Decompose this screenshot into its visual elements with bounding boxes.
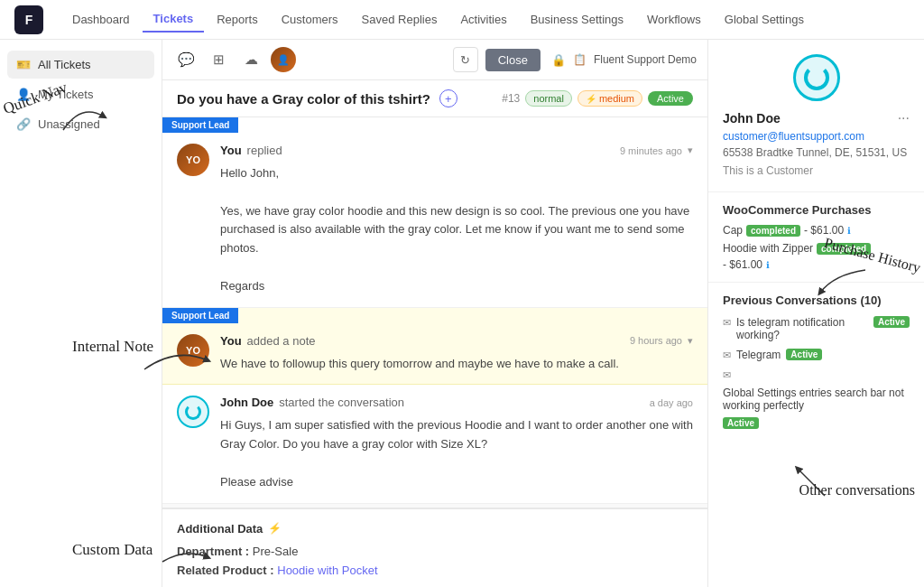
nav-items: Dashboard Tickets Reports Customers Save…	[61, 6, 910, 33]
my-tickets-label: My Tickets	[38, 88, 93, 101]
customer-content: John Doe started the conversation a day …	[220, 396, 693, 491]
prev-item-3-badge: Active	[723, 417, 759, 429]
additional-data-section: Additional Data ⚡ Department : Pre-Sale …	[162, 508, 707, 587]
priority-badge: normal	[525, 90, 572, 107]
nav-item-activities[interactable]: Activities	[449, 7, 517, 32]
mail-icon-3: ✉	[723, 369, 731, 381]
woo-item-2-status: completed	[817, 243, 871, 255]
ticket-id: #13	[502, 92, 520, 105]
demo-label: Fluent Support Demo	[594, 53, 697, 66]
reply-chevron[interactable]: ▾	[688, 144, 693, 156]
chat-icon[interactable]: 💬	[173, 47, 199, 72]
ticket-meta: #13 normal ⚡ medium Active	[502, 90, 693, 107]
prev-item-1-text: Is telegram notification working?	[736, 316, 868, 341]
ticket-header: Do you have a Gray color of this tshirt?…	[162, 80, 707, 117]
woocommerce-title: WooCommerce Purchases	[723, 203, 910, 217]
nav-item-customers[interactable]: Customers	[271, 7, 349, 32]
unassigned-icon: 🔗	[16, 117, 31, 131]
mail-icon-2: ✉	[723, 349, 731, 361]
customer-card: John Doe ··· customer@fluentsupport.com …	[708, 40, 924, 192]
note-content: You added a note 9 hours ago ▾ We have t…	[220, 334, 693, 374]
woocommerce-section: WooCommerce Purchases Cap completed - $6…	[708, 192, 924, 283]
reply-time: 9 minutes ago	[620, 145, 682, 156]
product-link[interactable]: Hoodie with Pocket	[277, 564, 377, 577]
left-sidebar: 🎫 All Tickets 👤 My Tickets 🔗 Unassigned	[0, 40, 162, 587]
add-tag-button[interactable]: +	[439, 89, 457, 107]
urgency-icon: ⚡	[586, 94, 596, 104]
reply-body: Hello John, Yes, we have gray color hood…	[220, 164, 693, 296]
other-conversations-arrow	[789, 464, 834, 500]
additional-data-title: Additional Data ⚡	[177, 522, 693, 536]
note-body: We have to followup this query tomorrow …	[220, 355, 693, 374]
customer-action: started the conversation	[279, 396, 404, 409]
status-badge: Active	[648, 91, 693, 106]
sidebar-item-unassigned[interactable]: 🔗 Unassigned	[7, 110, 154, 138]
customer-email[interactable]: customer@fluentsupport.com	[723, 130, 910, 143]
prev-conversations-section: Previous Conversations (10) ✉ Is telegra…	[708, 283, 924, 443]
customer-body: Hi Guys, I am super satisfied with the p…	[220, 416, 693, 491]
all-tickets-icon: 🎫	[16, 58, 31, 71]
ticket-title: Do you have a Gray color of this tshirt?	[177, 91, 430, 107]
reply-author: You	[220, 144, 242, 157]
logo[interactable]: F	[14, 5, 43, 34]
nav-item-dashboard[interactable]: Dashboard	[61, 7, 141, 32]
cloud-icon[interactable]: ☁	[238, 47, 263, 72]
woo-item-2-name: Hoodie with Zipper	[723, 242, 813, 255]
message-customer: John Doe started the conversation a day …	[162, 385, 707, 503]
demo-icon: 📋	[573, 53, 587, 66]
mail-icon-1: ✉	[723, 317, 731, 329]
sidebar-item-all-tickets[interactable]: 🎫 All Tickets	[7, 51, 154, 79]
unassigned-label: Unassigned	[38, 117, 100, 131]
prev-item-1[interactable]: ✉ Is telegram notification working? Acti…	[723, 316, 910, 341]
lightning-icon: ⚡	[268, 522, 282, 535]
woo-item-1-name: Cap	[723, 224, 743, 237]
reply-content: You replied 9 minutes ago ▾ Hello John, …	[220, 144, 693, 296]
my-tickets-icon: 👤	[16, 88, 31, 101]
prev-item-2-badge: Active	[786, 349, 822, 360]
prev-item-2-text: Telegram	[736, 349, 781, 361]
note-avatar: YO	[177, 334, 209, 367]
customer-avatar-msg	[177, 396, 209, 428]
note-author: You	[220, 334, 242, 348]
woo-item-1-price: - $61.00	[804, 224, 844, 237]
nav-item-reports[interactable]: Reports	[206, 7, 269, 32]
additional-data-row-product: Related Product : Hoodie with Pocket	[177, 564, 693, 577]
note-time: 9 hours ago	[630, 335, 682, 346]
message-note: Support Lead YO You added a note 9 hours…	[162, 308, 707, 386]
prev-conversations-title: Previous Conversations (10)	[723, 294, 910, 307]
ticket-toolbar: 💬 ⊞ ☁ 👤 ↻ Close 🔒 📋 Fluent Support Demo	[162, 40, 707, 80]
prev-item-1-badge: Active	[873, 316, 910, 328]
message-support-reply: Support Lead YO You replied 9 minutes ag…	[162, 117, 707, 308]
refresh-button[interactable]: ↻	[453, 47, 478, 72]
sidebar-item-my-tickets[interactable]: 👤 My Tickets	[7, 80, 154, 108]
woo-item-2: Hoodie with Zipper completed - $61.00 ℹ	[723, 242, 910, 271]
customer-tag: This is a Customer	[723, 164, 910, 177]
nav-item-saved-replies[interactable]: Saved Replies	[351, 7, 448, 32]
other-conversations-annotation: Other conversations	[799, 482, 915, 498]
nav-item-tickets[interactable]: Tickets	[143, 6, 205, 33]
main-content: 💬 ⊞ ☁ 👤 ↻ Close 🔒 📋 Fluent Support Demo …	[162, 40, 707, 587]
all-tickets-label: All Tickets	[38, 58, 91, 71]
close-button[interactable]: Close	[485, 49, 541, 71]
woo-item-1: Cap completed - $61.00 ℹ	[723, 224, 910, 237]
customer-name: John Doe	[723, 111, 781, 126]
conversation-area: Support Lead YO You replied 9 minutes ag…	[162, 117, 707, 587]
nav-item-business-settings[interactable]: Business Settings	[520, 7, 634, 32]
customer-author: John Doe	[220, 396, 273, 409]
lock-icon: 🔒	[551, 53, 566, 67]
info-icon-1: ℹ	[847, 226, 851, 236]
reply-action: replied	[247, 144, 282, 157]
note-chevron[interactable]: ▾	[688, 335, 693, 347]
prev-item-2[interactable]: ✉ Telegram Active	[723, 349, 910, 361]
nav-item-global-settings[interactable]: Global Settings	[714, 7, 815, 32]
prev-item-3[interactable]: ✉ Global Settings entries search bar not…	[723, 368, 910, 429]
support-lead-bar-1: Support Lead	[162, 117, 238, 133]
support-lead-bar-2: Support Lead	[162, 308, 238, 323]
nav-item-workflows[interactable]: Workflows	[636, 7, 712, 32]
customer-avatar-large	[793, 54, 840, 101]
user-avatar-icon[interactable]: 👤	[271, 47, 296, 72]
layout-icon[interactable]: ⊞	[206, 47, 231, 72]
more-options-icon[interactable]: ···	[898, 110, 910, 126]
woo-item-1-status: completed	[746, 225, 800, 237]
urgency-badge: ⚡ medium	[578, 90, 642, 107]
